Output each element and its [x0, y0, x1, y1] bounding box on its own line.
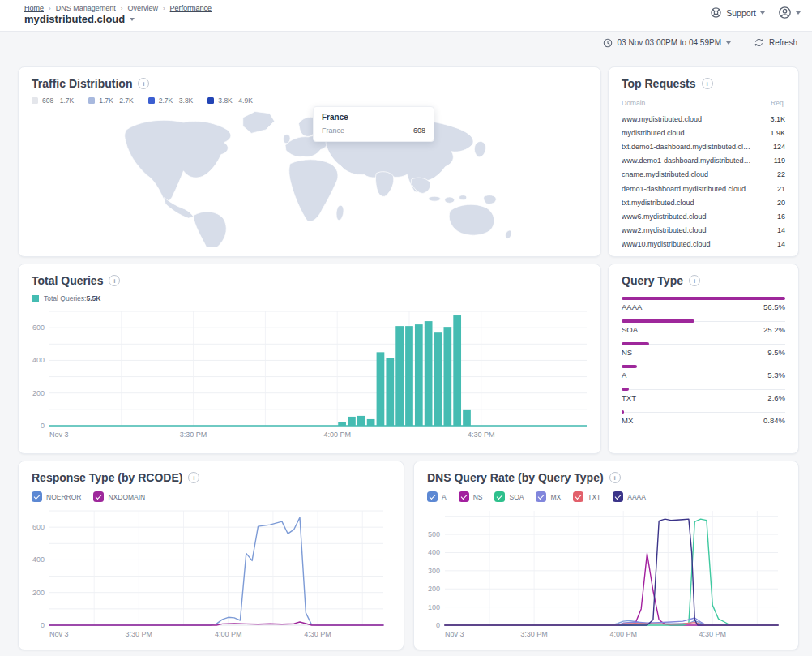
info-circle-icon[interactable] — [609, 472, 621, 483]
page-title: mydistributed.cloud — [24, 13, 125, 25]
series-toggle-a[interactable]: A — [427, 491, 447, 502]
total-queries-panel: Total Queries Total Queries:5.5K 0200400… — [18, 264, 601, 454]
series-label: NS — [473, 493, 483, 501]
map-region[interactable] — [193, 212, 226, 247]
table-header: Domain Req. — [622, 96, 785, 112]
checkbox-checked-icon[interactable] — [573, 491, 583, 502]
bar-meta: MX0.84% — [622, 416, 785, 425]
svg-text:3:30 PM: 3:30 PM — [126, 630, 153, 638]
map-region[interactable] — [289, 160, 338, 221]
series-toggle-aaaa[interactable]: AAAA — [613, 491, 646, 502]
response-type-chart: 0200400600Nov 33:30 PM4:00 PM4:30 PM — [24, 504, 386, 641]
bar — [622, 342, 649, 345]
chevron-down-icon — [726, 41, 731, 45]
table-row: cname.mydistributed.cloud22 — [622, 168, 785, 182]
svg-text:600: 600 — [32, 324, 45, 332]
response-type-legend: NOERRORNXDOMAIN — [19, 484, 404, 502]
column-domain: Domain — [622, 99, 645, 107]
requests-cell: 119 — [774, 156, 785, 165]
checkbox-checked-icon[interactable] — [93, 491, 104, 502]
record-type-percent: 25.2% — [763, 325, 785, 334]
map-region[interactable] — [165, 198, 194, 218]
date-range-picker[interactable]: 03 Nov 03:00PM to 04:59PM — [603, 38, 731, 48]
series-toggle-txt[interactable]: TXT — [573, 491, 600, 502]
checkbox-checked-icon[interactable] — [427, 491, 438, 502]
tooltip-country-title: France — [322, 113, 425, 122]
map-region[interactable] — [506, 230, 512, 238]
map-region[interactable] — [484, 195, 497, 204]
svg-text:100: 100 — [428, 603, 440, 611]
map-region[interactable] — [474, 141, 485, 156]
requests-cell: 14 — [777, 226, 785, 234]
series-toggle-noerror[interactable]: NOERROR — [32, 491, 81, 502]
domain-cell: mydistributed.cloud — [622, 129, 685, 137]
series-label: MX — [550, 493, 561, 501]
breadcrumb-dns-management[interactable]: DNS Management — [56, 4, 116, 12]
map-region[interactable] — [125, 120, 231, 201]
traffic-legend: 608 - 1.7K1.7K - 2.7K2.7K - 3.8K3.8K - 4… — [19, 90, 600, 105]
record-type-percent: 2.6% — [767, 393, 785, 402]
info-circle-icon[interactable] — [188, 472, 199, 483]
checkbox-checked-icon[interactable] — [32, 491, 42, 502]
map-region[interactable] — [429, 196, 441, 201]
svg-text:0: 0 — [41, 422, 45, 430]
breadcrumb-overview[interactable]: Overview — [127, 4, 158, 12]
record-type-label: TXT — [622, 393, 636, 402]
zone-selector[interactable]: mydistributed.cloud — [24, 13, 135, 25]
dns-query-rate-chart: 0100200300400500Nov 33:30 PM4:00 PM4:30 … — [419, 504, 780, 641]
series-toggle-nxdomain[interactable]: NXDOMAIN — [93, 491, 145, 502]
svg-text:0: 0 — [436, 621, 440, 629]
legend-label: 1.7K - 2.7K — [99, 96, 134, 105]
info-circle-icon[interactable] — [138, 78, 149, 89]
world-map-container: France France 608 — [28, 108, 591, 251]
checkbox-checked-icon[interactable] — [494, 491, 505, 502]
bar-track — [622, 412, 785, 413]
bar-track — [622, 298, 785, 299]
info-circle-icon[interactable] — [109, 275, 120, 286]
breadcrumb-home[interactable]: Home — [24, 4, 44, 12]
map-region[interactable] — [336, 205, 344, 220]
legend-swatch — [32, 97, 38, 104]
tooltip-country-value: 608 — [413, 126, 425, 135]
series-toggle-soa[interactable]: SOA — [494, 491, 524, 502]
checkbox-checked-icon[interactable] — [459, 491, 469, 502]
requests-cell: 22 — [777, 170, 785, 178]
support-button[interactable]: Support — [710, 6, 765, 19]
domain-cell: demo1-dashboard.mydistributed.cloud — [622, 185, 746, 193]
map-region[interactable] — [375, 172, 393, 197]
info-circle-icon[interactable] — [689, 275, 700, 286]
domain-cell: www10.mydistributed.cloud — [622, 240, 711, 248]
total-queries-legend: Total Queries:5.5K — [19, 287, 600, 302]
refresh-button[interactable]: Refresh — [754, 37, 797, 48]
map-region[interactable] — [445, 197, 455, 203]
panel-title: Total Queries — [32, 274, 103, 287]
bar-track — [622, 321, 785, 322]
legend-label: 608 - 1.7K — [42, 96, 74, 105]
checkbox-checked-icon[interactable] — [613, 491, 623, 502]
record-type-label: NS — [622, 348, 632, 357]
breadcrumb-performance[interactable]: Performance — [170, 4, 212, 12]
account-menu-button[interactable] — [778, 6, 801, 19]
requests-cell: 16 — [777, 212, 785, 221]
series-toggle-mx[interactable]: MX — [536, 491, 561, 502]
map-region[interactable] — [459, 195, 467, 200]
chevron-down-icon — [760, 11, 765, 15]
checkbox-checked-icon[interactable] — [536, 491, 546, 502]
map-region[interactable] — [243, 111, 275, 133]
info-circle-icon[interactable] — [702, 78, 713, 89]
map-region[interactable] — [449, 204, 494, 235]
chevron-down-icon — [796, 11, 801, 15]
chevron-down-icon — [130, 18, 135, 21]
bar-track — [622, 389, 785, 390]
table-row: www6.mydistributed.cloud16 — [622, 209, 785, 223]
query-type-row: AAAA56.5% — [622, 298, 785, 311]
domain-cell: www.demo1-dashboard.mydistributed.cloud — [622, 156, 751, 165]
requests-cell: 14 — [777, 240, 785, 248]
breadcrumb-separator: › — [49, 5, 51, 12]
svg-text:200: 200 — [32, 589, 45, 597]
series-toggle-ns[interactable]: NS — [459, 491, 483, 502]
refresh-arrows-icon — [754, 37, 764, 48]
svg-text:200: 200 — [32, 389, 45, 397]
world-map[interactable] — [28, 108, 591, 247]
total-queries-chart: 0200400600Nov 33:30 PM4:00 PM4:30 PM — [24, 304, 589, 442]
